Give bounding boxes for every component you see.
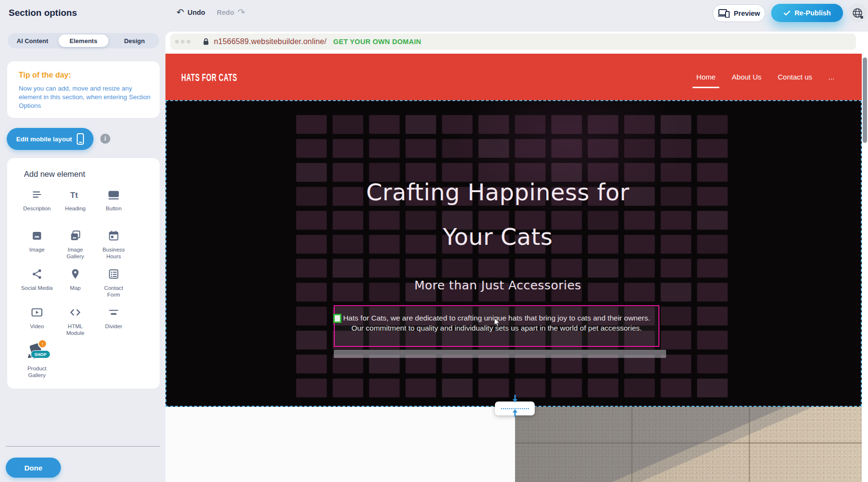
- tip-title: Tip of the day:: [19, 71, 71, 80]
- preview-label: Preview: [734, 10, 760, 17]
- devices-icon: [718, 9, 730, 18]
- panel-divider: [6, 446, 160, 447]
- undo-button[interactable]: ↶ Undo: [176, 8, 205, 17]
- section-options-panel: Section options AI Content Elements Desi…: [0, 0, 165, 482]
- add-element-html-module[interactable]: HTML Module: [56, 304, 94, 340]
- tab-elements[interactable]: Elements: [59, 34, 108, 47]
- mobile-phone-icon: [77, 133, 84, 145]
- mouse-cursor: [494, 318, 501, 329]
- nav-item-home[interactable]: Home: [695, 70, 716, 84]
- add-element-title: Add new element: [24, 170, 85, 179]
- svg-text:Tt: Tt: [70, 190, 78, 200]
- tip-body: Now you can add, move and resize any ele…: [19, 84, 152, 110]
- video-icon: [30, 304, 44, 321]
- floor-photo: [515, 407, 862, 482]
- shop-badge: SHOP: [31, 350, 50, 358]
- business-hours-icon: [107, 227, 120, 244]
- hero-section-selected[interactable]: Crafting Happiness for Your Cats More th…: [165, 100, 862, 407]
- add-element-divider[interactable]: Divider: [94, 304, 133, 340]
- nav-item-about-us[interactable]: About Us: [731, 70, 762, 84]
- contact-form-icon: [107, 265, 120, 283]
- get-your-own-domain-link[interactable]: GET YOUR OWN DOMAIN: [333, 38, 421, 46]
- add-element-heading[interactable]: Tt Heading: [56, 186, 94, 227]
- check-icon: [784, 11, 790, 16]
- add-element-business-hours[interactable]: Business Hours: [94, 227, 133, 265]
- resize-arrow-down-icon: [512, 395, 518, 405]
- add-element-image-gallery[interactable]: Image Gallery: [56, 227, 94, 265]
- republish-label: Re-Publish: [795, 9, 831, 17]
- upgrade-arrow-badge: ↑: [38, 339, 47, 348]
- site-nav: Home About Us Contact us ...: [695, 54, 835, 100]
- add-element-video[interactable]: Video: [18, 304, 56, 340]
- add-element-product-gallery[interactable]: ↑ SHOP Product Gallery: [18, 340, 56, 379]
- language-globe-button[interactable]: [848, 3, 867, 23]
- redo-icon: ↷: [237, 8, 245, 17]
- site-viewport: HATS FOR CATS Home About Us Contact us .…: [165, 54, 862, 482]
- redo-button[interactable]: Redo ↷: [217, 8, 245, 17]
- globe-badge-dot: [860, 16, 863, 19]
- site-url[interactable]: n1566589.websitebuilder.online/: [214, 37, 327, 46]
- edit-mobile-label: Edit mobile layout: [16, 136, 72, 143]
- tip-of-the-day-card: Tip of the day: Now you can add, move an…: [7, 61, 160, 118]
- add-element-card: Add new element Description Tt Heading B…: [7, 158, 160, 389]
- description-icon: [31, 186, 43, 203]
- redo-label: Redo: [217, 9, 234, 16]
- undo-label: Undo: [188, 9, 205, 16]
- nav-item-contact-us[interactable]: Contact us: [777, 70, 813, 84]
- browser-preview-window: n1566589.websitebuilder.online/ GET YOUR…: [165, 32, 862, 482]
- html-module-icon: [69, 304, 82, 321]
- browser-traffic-dots: [175, 40, 190, 44]
- tab-ai-content[interactable]: AI Content: [8, 34, 57, 47]
- resize-arrow-up-icon: [512, 408, 518, 419]
- add-element-description[interactable]: Description: [18, 186, 56, 227]
- add-element-map[interactable]: Map: [56, 265, 94, 304]
- element-hover-ghost: [334, 350, 666, 358]
- hero-subheading[interactable]: More than Just Accessories: [330, 278, 666, 292]
- lock-icon: [203, 38, 209, 46]
- republish-button[interactable]: Re-Publish: [771, 4, 843, 22]
- product-gallery-icon: ↑ SHOP: [25, 340, 48, 363]
- browser-address-bar: n1566589.websitebuilder.online/ GET YOUR…: [170, 34, 856, 50]
- add-element-image[interactable]: Image: [18, 227, 56, 265]
- edit-mobile-layout-button[interactable]: Edit mobile layout: [7, 128, 94, 150]
- element-drag-handle[interactable]: [333, 314, 341, 323]
- add-element-social-media[interactable]: Social Media: [18, 265, 56, 304]
- heading-icon: Tt: [69, 186, 82, 203]
- undo-icon: ↶: [176, 8, 184, 17]
- image-gallery-icon: [69, 227, 82, 244]
- done-button[interactable]: Done: [6, 458, 61, 478]
- page-scrollbar: [862, 32, 868, 482]
- panel-tabs: AI Content Elements Design: [8, 33, 159, 48]
- hero-heading[interactable]: Crafting Happiness for Your Cats: [330, 170, 666, 259]
- divider-icon: [107, 304, 120, 321]
- add-element-grid: Description Tt Heading Button Image: [18, 186, 138, 379]
- button-icon: [107, 186, 120, 203]
- scrollbar-thumb[interactable]: [863, 57, 867, 143]
- add-element-contact-form[interactable]: Contact Form: [94, 265, 133, 304]
- tab-design[interactable]: Design: [110, 34, 159, 47]
- site-header: HATS FOR CATS Home About Us Contact us .…: [165, 54, 862, 100]
- site-logo[interactable]: HATS FOR CATS: [181, 71, 237, 84]
- page-title: Section options: [9, 8, 77, 18]
- map-pin-icon: [69, 265, 82, 283]
- image-icon: [31, 227, 43, 244]
- add-element-button[interactable]: Button: [94, 186, 133, 227]
- preview-button[interactable]: Preview: [713, 4, 765, 22]
- info-icon[interactable]: i: [100, 134, 110, 144]
- nav-item-more[interactable]: ...: [827, 70, 835, 84]
- social-media-icon: [31, 265, 43, 283]
